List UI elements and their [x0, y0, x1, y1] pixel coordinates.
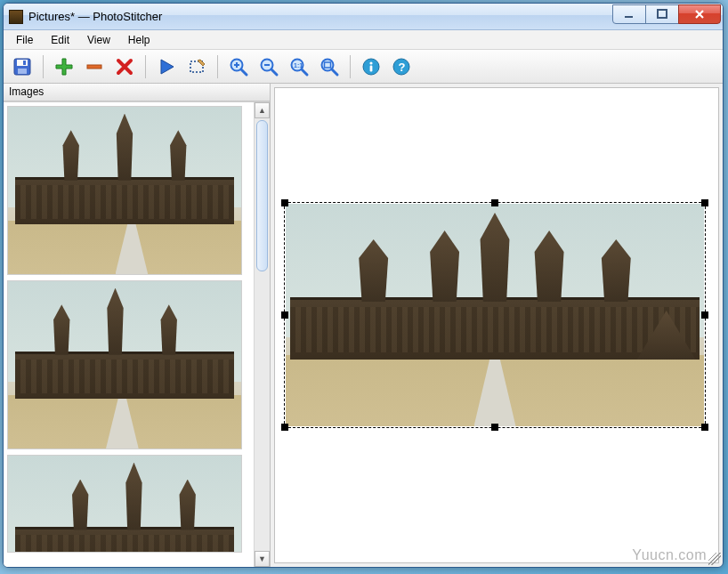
window-controls — [613, 4, 721, 24]
menu-view[interactable]: View — [78, 32, 119, 48]
crop-selection[interactable] — [284, 202, 706, 428]
scroll-thumb[interactable] — [256, 120, 268, 271]
app-window: Pictures* — PhotoStitcher File Edit View… — [3, 3, 724, 568]
zoom-1to1-button[interactable]: 1:1 — [286, 53, 312, 80]
selection-handle-n[interactable] — [491, 199, 498, 206]
zoom-fit-icon — [319, 56, 340, 77]
svg-text:?: ? — [399, 61, 406, 74]
toolbar-separator — [217, 55, 218, 78]
thumbnail-item[interactable] — [7, 280, 242, 449]
remove-image-button[interactable] — [81, 53, 108, 80]
thumbnail-item[interactable] — [7, 455, 242, 553]
svg-rect-16 — [370, 65, 373, 71]
scroll-up-button[interactable]: ▲ — [255, 102, 270, 118]
menubar: File Edit View Help — [4, 30, 723, 50]
zoom-1to1-icon: 1:1 — [288, 56, 310, 77]
app-icon — [9, 10, 23, 24]
window-title: Pictures* — PhotoStitcher — [28, 10, 162, 23]
thumbnail-image — [8, 107, 241, 274]
crop-button[interactable] — [183, 53, 210, 80]
plus-icon — [53, 56, 75, 77]
toolbar-separator — [145, 55, 146, 78]
stitch-button[interactable] — [153, 53, 180, 80]
add-image-button[interactable] — [51, 53, 77, 80]
play-icon — [156, 56, 177, 77]
svg-rect-1 — [658, 10, 667, 18]
scroll-down-button[interactable]: ▼ — [255, 551, 270, 567]
x-icon — [114, 56, 135, 77]
thumbnail-item[interactable] — [7, 106, 242, 275]
minimize-button[interactable] — [612, 4, 646, 24]
help-button[interactable]: ? — [388, 53, 415, 80]
svg-rect-5 — [23, 61, 26, 65]
watermark-text: Yuucn.com — [632, 547, 707, 563]
canvas-panel[interactable] — [274, 87, 719, 563]
selection-handle-se[interactable] — [701, 424, 708, 431]
content-area: Images — [4, 84, 723, 567]
close-button[interactable] — [678, 4, 721, 24]
zoom-in-icon — [228, 56, 249, 77]
toolbar-separator — [43, 55, 44, 78]
info-button[interactable] — [358, 53, 384, 80]
toolbar: 1:1 ? — [4, 50, 723, 84]
thumbnail-image — [8, 281, 241, 449]
maximize-icon — [656, 8, 668, 20]
info-icon — [360, 56, 382, 77]
selection-handle-e[interactable] — [701, 311, 708, 319]
minus-icon — [84, 56, 105, 77]
resize-grip[interactable] — [708, 553, 721, 565]
svg-rect-6 — [87, 65, 101, 69]
svg-text:1:1: 1:1 — [294, 62, 303, 69]
zoom-out-icon — [258, 56, 279, 77]
save-icon — [12, 56, 33, 77]
zoom-out-button[interactable] — [255, 53, 282, 80]
menu-help[interactable]: Help — [119, 32, 159, 48]
svg-rect-3 — [17, 60, 28, 66]
selection-handle-nw[interactable] — [281, 199, 288, 206]
help-icon: ? — [391, 56, 412, 77]
selection-handle-s[interactable] — [491, 424, 498, 431]
thumbnail-image — [8, 456, 241, 553]
maximize-button[interactable] — [645, 4, 679, 24]
thumbnail-scrollbar[interactable]: ▲ ▼ — [254, 102, 270, 567]
images-panel: Images — [4, 84, 271, 567]
selection-handle-ne[interactable] — [701, 199, 708, 206]
thumbnail-area: ▲ ▼ — [4, 101, 270, 567]
scroll-track[interactable] — [255, 118, 270, 551]
svg-rect-4 — [18, 69, 27, 74]
selection-handle-sw[interactable] — [281, 424, 288, 431]
titlebar: Pictures* — PhotoStitcher — [4, 4, 723, 30]
menu-edit[interactable]: Edit — [42, 32, 78, 48]
images-panel-header: Images — [4, 84, 270, 101]
svg-point-15 — [369, 61, 372, 64]
save-button[interactable] — [9, 53, 36, 80]
toolbar-separator — [350, 55, 351, 78]
clear-images-button[interactable] — [111, 53, 138, 80]
zoom-in-button[interactable] — [225, 53, 252, 80]
selection-handle-w[interactable] — [281, 311, 288, 319]
crop-icon — [186, 56, 207, 77]
menu-file[interactable]: File — [7, 32, 42, 48]
svg-rect-0 — [625, 16, 633, 18]
zoom-fit-button[interactable] — [316, 53, 343, 80]
minimize-icon — [623, 8, 635, 20]
thumbnail-list — [4, 102, 254, 567]
close-icon — [693, 8, 706, 20]
